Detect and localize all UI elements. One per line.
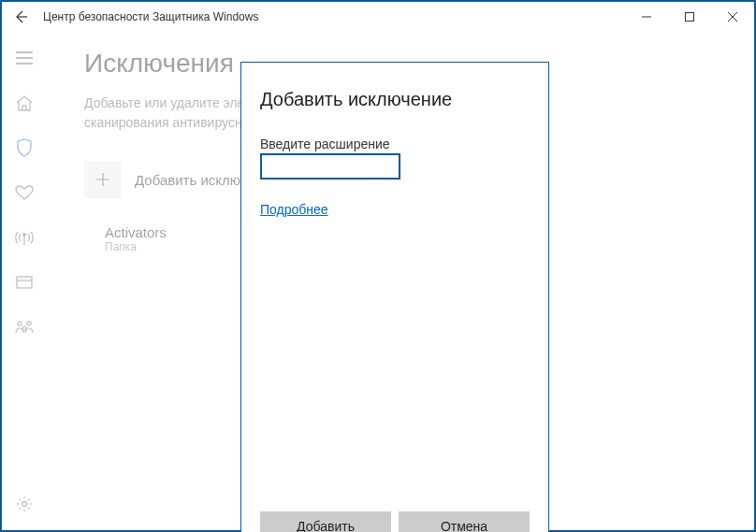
svg-point-6	[22, 502, 27, 507]
svg-point-3	[18, 322, 22, 325]
minimize-button[interactable]	[625, 3, 668, 31]
heart-pulse-icon	[15, 185, 34, 200]
plus-icon	[95, 172, 110, 187]
maximize-button[interactable]	[668, 3, 711, 31]
sidebar-item-home[interactable]	[15, 93, 34, 112]
add-exclusion-dialog: Добавить исключение Введите расширение П…	[240, 62, 549, 532]
learn-more-link[interactable]: Подробнее	[260, 202, 530, 217]
svg-rect-0	[686, 13, 694, 22]
plus-icon-box	[84, 161, 122, 198]
svg-point-1	[23, 234, 26, 237]
family-icon	[15, 320, 34, 335]
svg-point-5	[22, 326, 26, 330]
close-icon	[728, 12, 737, 22]
shield-icon	[16, 138, 33, 157]
maximize-icon	[685, 12, 694, 22]
sidebar-item-app-control[interactable]	[15, 273, 34, 292]
menu-button[interactable]	[15, 49, 34, 67]
antenna-icon	[15, 230, 34, 245]
svg-rect-2	[17, 277, 32, 288]
extension-input[interactable]	[260, 153, 400, 180]
titlebar: Центр безопасности Защитника Windows	[2, 2, 754, 32]
extension-label: Введите расширение	[260, 137, 530, 151]
arrow-left-icon	[13, 9, 28, 24]
sidebar-item-family[interactable]	[15, 318, 34, 337]
back-button[interactable]	[9, 6, 32, 28]
dialog-title: Добавить исключение	[260, 89, 530, 110]
dialog-footer: Добавить Отмена	[260, 511, 530, 532]
svg-point-4	[27, 322, 31, 325]
sidebar-item-performance[interactable]	[15, 183, 34, 202]
window-icon	[16, 276, 33, 289]
gear-icon	[16, 496, 33, 512]
close-button[interactable]	[711, 3, 754, 31]
defender-window: Центр безопасности Защитника Windows	[0, 0, 756, 532]
dialog-add-button[interactable]: Добавить	[260, 511, 391, 532]
window-controls	[625, 3, 754, 31]
hamburger-icon	[16, 51, 33, 65]
dialog-cancel-button[interactable]: Отмена	[399, 511, 530, 532]
sidebar	[2, 32, 47, 530]
sidebar-item-virus-protection[interactable]	[15, 138, 34, 157]
window-title: Центр безопасности Защитника Windows	[43, 10, 625, 23]
minimize-icon	[642, 12, 651, 22]
home-icon	[15, 94, 34, 111]
sidebar-item-firewall[interactable]	[15, 228, 34, 247]
sidebar-item-settings[interactable]	[15, 495, 34, 513]
